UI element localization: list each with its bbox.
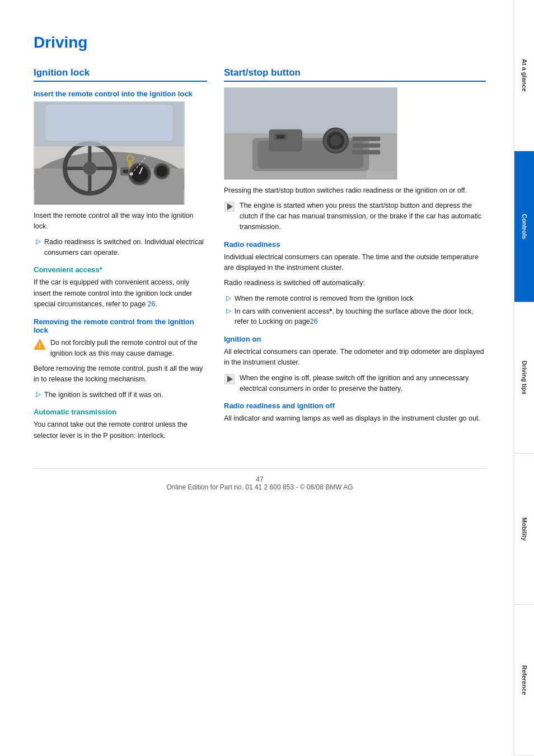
removing-warning-text: Do not forcibly pull the remote control … <box>50 338 207 359</box>
page-number: 47 <box>256 475 263 483</box>
play-icon <box>224 201 235 212</box>
start-stop-intro: Pressing the start/stop button switches … <box>224 185 486 196</box>
sidebar-tab-reference-label: Reference <box>521 665 528 695</box>
start-stop-image <box>224 87 397 180</box>
svg-point-13 <box>128 156 133 161</box>
right-column: Start/stop button <box>224 67 486 446</box>
radio-readiness-body2: Radio readiness is switched off automati… <box>224 278 486 288</box>
svg-rect-35 <box>277 135 284 138</box>
radio-readiness-bullet: ▷ Radio readiness is switched on. Indivi… <box>36 237 207 258</box>
svg-rect-30 <box>269 129 302 152</box>
engine-note-box: The engine is started when you press the… <box>224 200 486 232</box>
ignition-play-icon <box>224 374 235 385</box>
svg-rect-38 <box>353 150 381 155</box>
removing-warning-box: ! Do not forcibly pull the remote contro… <box>34 338 207 359</box>
convenient-access-body-text: If the car is equipped with convenient a… <box>34 278 193 308</box>
sidebar-tab-driving-tips[interactable]: Driving tips <box>514 302 534 454</box>
svg-rect-20 <box>45 105 173 141</box>
sidebar-tab-driving-tips-label: Driving tips <box>521 361 528 395</box>
svg-point-4 <box>83 162 97 175</box>
ignition-lock-image <box>34 101 185 205</box>
radio-readiness-title: Radio readiness <box>224 240 486 249</box>
start-stop-section-title: Start/stop button <box>224 67 486 82</box>
page-title: Driving <box>34 34 486 52</box>
radio-off-bullet1: ▷ When the remote control is removed fro… <box>226 293 486 304</box>
svg-rect-36 <box>353 137 381 141</box>
radio-readiness-bullet-text: Radio readiness is switched on. Individu… <box>44 237 207 258</box>
engine-note-text: The engine is started when you press the… <box>240 200 486 232</box>
sidebar-tab-at-a-glance-label: At a glance <box>521 59 528 92</box>
auto-trans-body: You cannot take out the remote control u… <box>34 419 207 441</box>
page-footer: 47 Online Edition for Part no. 01 41 2 6… <box>34 468 486 491</box>
insert-body-text: Insert the remote control all the way in… <box>34 211 207 232</box>
footer-text: Online Edition for Part no. 01 41 2 600 … <box>166 483 353 491</box>
sidebar-tab-mobility[interactable]: Mobility <box>514 454 534 605</box>
svg-point-22 <box>130 172 133 176</box>
radio-off-bullet2: ▷ In cars with convenient access*, by to… <box>226 306 486 328</box>
radio-ignition-off-title: Radio readiness and ignition off <box>224 402 486 410</box>
radio-readiness-body1: Individual electrical consumers can oper… <box>224 252 486 274</box>
convenient-access-period: . <box>155 300 157 308</box>
sidebar-tab-mobility-label: Mobility <box>521 517 528 541</box>
auto-trans-title: Automatic transmission <box>34 408 207 416</box>
svg-text:!: ! <box>39 343 40 349</box>
removing-bullet-text: The ignition is switched off if it was o… <box>44 390 163 400</box>
right-sidebar: At a glance Controls Driving tips Mobili… <box>514 0 534 756</box>
ignition-on-note-box: When the engine is off, please switch of… <box>224 373 486 394</box>
bullet-arrow-icon: ▷ <box>36 237 41 245</box>
convenient-access-body: If the car is equipped with convenient a… <box>34 277 207 310</box>
ignition-lock-section-title: Ignition lock <box>34 67 207 82</box>
radio-off-arrow1: ▷ <box>226 294 231 302</box>
svg-rect-27 <box>224 88 397 133</box>
ignition-on-note-text: When the engine is off, please switch of… <box>240 373 486 394</box>
svg-rect-37 <box>353 143 381 148</box>
svg-rect-39 <box>366 171 394 178</box>
sidebar-tab-at-a-glance[interactable]: At a glance <box>514 0 534 151</box>
warning-triangle-icon: ! <box>34 338 46 351</box>
removing-bullet-arrow: ▷ <box>36 390 41 398</box>
sidebar-tab-controls[interactable]: Controls <box>514 151 534 302</box>
radio-bullet2-link[interactable]: 26 <box>310 318 318 325</box>
svg-point-18 <box>156 166 167 177</box>
radio-ignition-off-body: All indicator and warning lamps as well … <box>224 413 486 424</box>
removing-bullet: ▷ The ignition is switched off if it was… <box>36 390 207 400</box>
radio-off-text2: In cars with convenient access*, by touc… <box>235 306 486 328</box>
svg-point-15 <box>132 166 148 183</box>
convenient-access-title: Convenient access* <box>34 265 207 274</box>
radio-off-text1: When the remote control is removed from … <box>235 293 414 304</box>
ignition-on-body: All electrical consumers can operate. Th… <box>224 347 486 368</box>
radio-bullet2-part1: In cars with convenient access <box>235 307 330 315</box>
sidebar-tab-reference[interactable]: Reference <box>514 605 534 756</box>
convenient-access-page-link[interactable]: 26 <box>148 300 156 308</box>
svg-point-33 <box>330 135 341 146</box>
insert-subsection-title: Insert the remote control into the ignit… <box>34 90 207 98</box>
removing-body1: Before removing the remote control, push… <box>34 363 207 385</box>
ignition-on-title: Ignition on <box>224 335 486 343</box>
sidebar-tab-controls-label: Controls <box>521 214 528 239</box>
removing-subsection-title: Removing the remote control from the ign… <box>34 318 207 334</box>
left-column: Ignition lock Insert the remote control … <box>34 67 207 446</box>
radio-off-arrow2: ▷ <box>226 307 231 315</box>
